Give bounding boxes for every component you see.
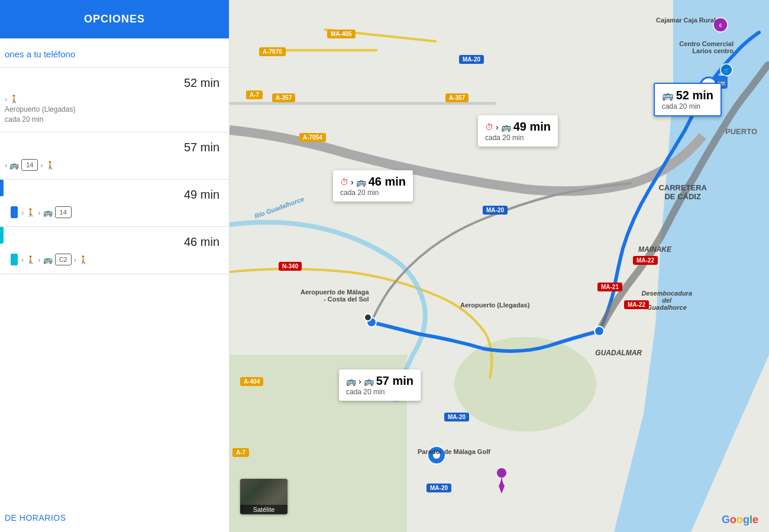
google-o2: o bbox=[736, 514, 743, 525]
tooltip-46min[interactable]: ⏱ › 🚌 46 min cada 20 min bbox=[333, 170, 413, 202]
arrow-icon-4: › bbox=[38, 208, 40, 217]
route-detail-52b: cada 20 min bbox=[5, 115, 219, 124]
arrow-icon-6: › bbox=[38, 255, 40, 264]
tooltip-52-time: 52 min bbox=[676, 89, 713, 102]
walk-icon-5: 🚶 bbox=[79, 255, 88, 264]
arrow-icon-57: › bbox=[358, 377, 361, 386]
tooltip-49-time: 49 min bbox=[513, 120, 551, 134]
bus-icon-57a: 🚌 bbox=[346, 377, 356, 386]
clock-icon-49: ⏱ bbox=[485, 122, 493, 132]
chevron-icon: › bbox=[5, 95, 7, 103]
google-g: G bbox=[722, 514, 730, 525]
horarios-link[interactable]: DE HORARIOS bbox=[0, 504, 229, 532]
tooltip-49-freq: cada 20 min bbox=[485, 134, 551, 142]
google-e: e bbox=[752, 514, 758, 525]
bus-number-C2: C2 bbox=[55, 254, 72, 265]
panel-header-label: OPCIONES bbox=[84, 13, 145, 25]
route-item-57[interactable]: 57 min › 🚌 14 › 🚶 bbox=[0, 132, 229, 180]
svg-point-19 bbox=[433, 452, 440, 459]
svg-text:🛒: 🛒 bbox=[723, 67, 729, 73]
route-icons-49: › 🚶 › 🚌 14 bbox=[11, 206, 219, 218]
svg-point-20 bbox=[497, 468, 506, 478]
bus-icon-57b: 🚌 bbox=[364, 377, 374, 386]
bus-icon-49: 🚌 bbox=[501, 122, 511, 132]
colored-square-49 bbox=[11, 206, 18, 218]
google-o1: o bbox=[730, 514, 736, 525]
walk-icon-4: 🚶 bbox=[26, 255, 35, 264]
svg-point-8 bbox=[594, 326, 604, 336]
tooltip-57-time: 57 min bbox=[376, 374, 413, 388]
google-g2: g bbox=[743, 514, 749, 525]
bus-icon-46: 🚌 bbox=[356, 177, 366, 187]
svg-text:€: € bbox=[719, 22, 722, 28]
tooltip-46-time: 46 min bbox=[369, 175, 406, 189]
tooltip-57-freq: cada 20 min bbox=[346, 388, 413, 396]
bus-icon-2: 🚌 bbox=[43, 208, 53, 217]
route-time-49: 49 min bbox=[11, 188, 219, 202]
phone-link[interactable]: ones a tu teléfono bbox=[0, 38, 229, 68]
clock-icon-46: ⏱ bbox=[340, 177, 348, 187]
tooltip-46-icons: ⏱ › 🚌 46 min bbox=[340, 175, 406, 189]
selected-indicator-46 bbox=[0, 227, 4, 244]
tooltip-52-freq: cada 20 min bbox=[662, 102, 713, 111]
bus-number-14b: 14 bbox=[55, 206, 72, 218]
bus-icon: 🚌 bbox=[9, 161, 19, 170]
bus-icon-tooltip: 🚌 bbox=[662, 90, 674, 101]
tooltip-46-freq: cada 20 min bbox=[340, 189, 406, 197]
satellite-button[interactable]: Satélite bbox=[240, 479, 287, 514]
route-icons-57: › 🚌 14 › 🚶 bbox=[5, 159, 219, 171]
arrow-icon-3: › bbox=[21, 208, 24, 217]
route-item-46[interactable]: 46 min › 🚶 › 🚌 C2 › 🚶 bbox=[0, 227, 229, 274]
arrow-icon-tooltip-49: › bbox=[496, 122, 499, 132]
route-detail-52a: Aeropuerto (Llegadas) bbox=[5, 105, 219, 113]
tooltip-52min[interactable]: 🚌 52 min cada 20 min bbox=[654, 83, 722, 116]
route-item-52[interactable]: 52 min › 🚶 Aeropuerto (Llegadas) cada 20… bbox=[0, 68, 229, 132]
svg-point-11 bbox=[364, 314, 371, 321]
tooltip-57-icons: 🚌 › 🚌 57 min bbox=[346, 374, 413, 388]
colored-square-46 bbox=[11, 254, 18, 265]
bus-number-14: 14 bbox=[21, 159, 38, 171]
walk-icon: 🚶 bbox=[9, 95, 19, 103]
map-area: 🚌 🚌 € 🛒 🚌 52 min cada 20 min bbox=[230, 0, 769, 532]
arrow-icon-5: › bbox=[21, 255, 24, 264]
route-item-49[interactable]: 49 min › 🚶 › 🚌 14 bbox=[0, 180, 229, 227]
walk-icon-2: 🚶 bbox=[46, 161, 55, 170]
panel-header: OPCIONES bbox=[0, 0, 229, 38]
tooltip-52-icons: 🚌 52 min bbox=[662, 89, 713, 102]
selected-indicator bbox=[0, 180, 4, 196]
arrow-icon-7: › bbox=[74, 255, 76, 264]
tooltip-49min[interactable]: ⏱ › 🚌 49 min cada 20 min bbox=[478, 115, 558, 147]
route-icons-46: › 🚶 › 🚌 C2 › 🚶 bbox=[11, 254, 219, 265]
tooltip-57min[interactable]: 🚌 › 🚌 57 min cada 20 min bbox=[339, 369, 421, 401]
left-panel: OPCIONES ones a tu teléfono 52 min › 🚶 A… bbox=[0, 0, 230, 532]
arrow-icon: › bbox=[5, 161, 7, 170]
map-background: 🚌 🚌 € 🛒 bbox=[230, 0, 769, 532]
route-time-46: 46 min bbox=[11, 235, 219, 249]
google-logo: Google bbox=[722, 514, 758, 526]
route-icons-52: › 🚶 bbox=[5, 95, 219, 103]
route-time-57: 57 min bbox=[5, 141, 219, 154]
walk-icon-3: 🚶 bbox=[26, 208, 35, 217]
satellite-label: Satélite bbox=[240, 505, 287, 514]
arrow-icon-2: › bbox=[40, 161, 43, 170]
route-time-52: 52 min bbox=[5, 76, 219, 90]
tooltip-49-icons: ⏱ › 🚌 49 min bbox=[485, 120, 551, 134]
bus-icon-3: 🚌 bbox=[43, 255, 53, 264]
arrow-icon-tooltip-46: › bbox=[351, 177, 354, 187]
